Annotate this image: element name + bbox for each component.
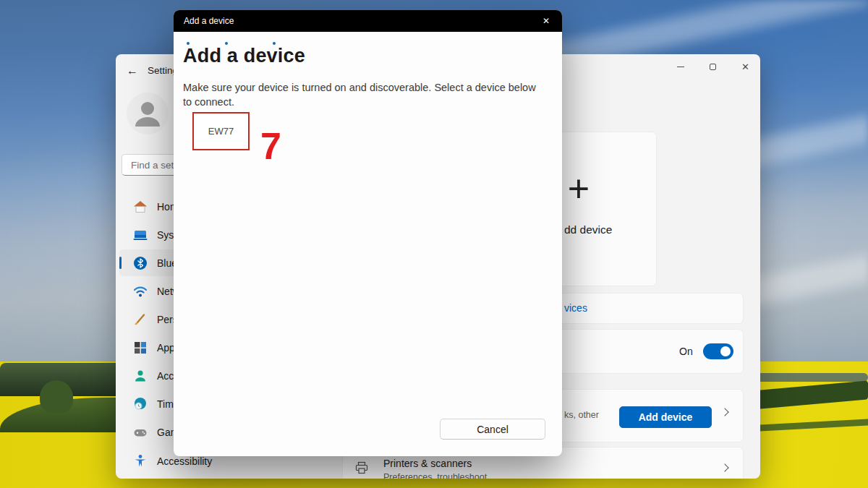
home-icon xyxy=(133,200,148,214)
sidebar-item-label: App xyxy=(157,342,175,354)
plus-icon: + xyxy=(562,174,595,207)
dialog-close-button[interactable]: ✕ xyxy=(530,10,562,32)
dialog-title: Add a device xyxy=(174,16,234,26)
toggle-state-label: On xyxy=(679,346,693,357)
bluetooth-toggle[interactable] xyxy=(703,343,733,359)
minimize-icon xyxy=(677,67,684,67)
distant-hills xyxy=(751,373,868,382)
annotation-number: 7 xyxy=(260,127,281,165)
printers-title: Printers & scanners xyxy=(383,458,472,469)
minimize-button[interactable] xyxy=(664,56,697,77)
add-device-button[interactable]: Add device xyxy=(619,406,712,428)
view-more-devices-link[interactable]: vices xyxy=(564,302,587,314)
chevron-right-icon xyxy=(720,463,728,471)
wifi-icon xyxy=(133,284,148,299)
system-icon xyxy=(133,228,148,242)
window-controls: ✕ xyxy=(664,56,760,77)
chevron-right-icon xyxy=(720,408,728,416)
user-avatar[interactable] xyxy=(127,93,169,134)
small-tree xyxy=(40,380,73,414)
accessibility-icon xyxy=(133,454,148,468)
toggle-knob xyxy=(720,346,731,356)
add-device-tile-label: dd device xyxy=(564,223,612,236)
device-name: EW77 xyxy=(208,126,234,137)
bluetooth-icon xyxy=(133,256,148,270)
close-icon: ✕ xyxy=(741,61,749,72)
cancel-button[interactable]: Cancel xyxy=(440,419,545,440)
green-field-band xyxy=(744,380,868,410)
printers-subtitle: Preferences, troubleshoot xyxy=(383,472,487,479)
green-field-stripe xyxy=(746,419,868,432)
screen: ✕ ← Setting Hom Syst xyxy=(0,0,868,488)
maximize-button[interactable] xyxy=(697,56,729,77)
gamepad-icon xyxy=(133,425,148,440)
maximize-icon xyxy=(710,64,716,70)
dialog-heading: Add a device xyxy=(183,45,305,67)
back-icon: ← xyxy=(127,64,138,77)
printer-icon xyxy=(354,461,369,475)
dialog-description: Make sure your device is turned on and d… xyxy=(183,80,540,109)
dialog-titlebar: Add a device xyxy=(174,10,562,32)
close-icon: ✕ xyxy=(542,16,550,26)
clock-icon xyxy=(133,397,148,411)
add-device-dialog: Add a device ✕ Add a device Make sure yo… xyxy=(174,10,562,456)
person-icon xyxy=(127,93,169,134)
sidebar-item-label: Accessibility xyxy=(157,455,212,467)
account-icon xyxy=(133,369,148,383)
paintbrush-icon xyxy=(133,312,148,327)
devices-row-description: ks, other xyxy=(564,410,599,420)
close-button[interactable]: ✕ xyxy=(729,56,760,77)
apps-icon xyxy=(133,341,148,355)
back-button[interactable]: ← xyxy=(123,62,142,80)
device-item-ew77[interactable]: EW77 xyxy=(192,112,250,150)
